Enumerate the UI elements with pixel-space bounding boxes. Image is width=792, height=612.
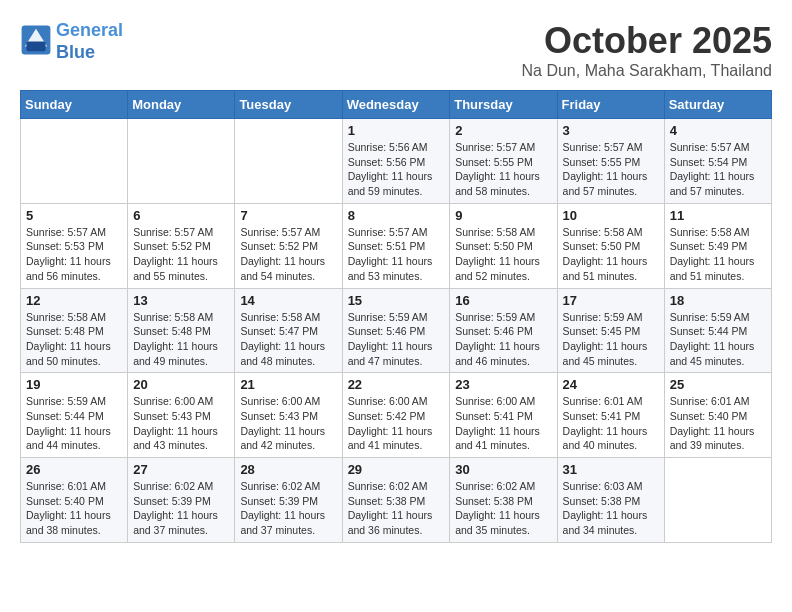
calendar-cell: 23Sunrise: 6:00 AMSunset: 5:41 PMDayligh… — [450, 373, 557, 458]
calendar-cell: 22Sunrise: 6:00 AMSunset: 5:42 PMDayligh… — [342, 373, 450, 458]
month-title: October 2025 — [521, 20, 772, 62]
calendar-cell: 15Sunrise: 5:59 AMSunset: 5:46 PMDayligh… — [342, 288, 450, 373]
calendar-cell: 14Sunrise: 5:58 AMSunset: 5:47 PMDayligh… — [235, 288, 342, 373]
calendar-cell: 3Sunrise: 5:57 AMSunset: 5:55 PMDaylight… — [557, 119, 664, 204]
logo-line2: Blue — [56, 42, 95, 62]
day-info: Sunrise: 5:58 AMSunset: 5:50 PMDaylight:… — [455, 225, 551, 284]
logo-icon — [20, 24, 52, 56]
calendar-cell: 10Sunrise: 5:58 AMSunset: 5:50 PMDayligh… — [557, 203, 664, 288]
calendar-cell: 6Sunrise: 5:57 AMSunset: 5:52 PMDaylight… — [128, 203, 235, 288]
calendar-cell: 31Sunrise: 6:03 AMSunset: 5:38 PMDayligh… — [557, 458, 664, 543]
day-number: 14 — [240, 293, 336, 308]
day-number: 13 — [133, 293, 229, 308]
day-info: Sunrise: 5:59 AMSunset: 5:44 PMDaylight:… — [26, 394, 122, 453]
day-number: 25 — [670, 377, 766, 392]
calendar-cell — [235, 119, 342, 204]
day-number: 22 — [348, 377, 445, 392]
calendar-cell: 18Sunrise: 5:59 AMSunset: 5:44 PMDayligh… — [664, 288, 771, 373]
day-info: Sunrise: 6:02 AMSunset: 5:39 PMDaylight:… — [133, 479, 229, 538]
calendar-cell: 25Sunrise: 6:01 AMSunset: 5:40 PMDayligh… — [664, 373, 771, 458]
day-info: Sunrise: 6:01 AMSunset: 5:40 PMDaylight:… — [670, 394, 766, 453]
day-number: 21 — [240, 377, 336, 392]
day-number: 24 — [563, 377, 659, 392]
weekday-header-sunday: Sunday — [21, 91, 128, 119]
calendar-cell — [664, 458, 771, 543]
day-number: 26 — [26, 462, 122, 477]
day-number: 4 — [670, 123, 766, 138]
day-info: Sunrise: 5:59 AMSunset: 5:45 PMDaylight:… — [563, 310, 659, 369]
day-number: 15 — [348, 293, 445, 308]
day-number: 8 — [348, 208, 445, 223]
day-info: Sunrise: 6:02 AMSunset: 5:38 PMDaylight:… — [348, 479, 445, 538]
calendar-cell: 24Sunrise: 6:01 AMSunset: 5:41 PMDayligh… — [557, 373, 664, 458]
day-info: Sunrise: 6:00 AMSunset: 5:43 PMDaylight:… — [133, 394, 229, 453]
location-subtitle: Na Dun, Maha Sarakham, Thailand — [521, 62, 772, 80]
day-number: 18 — [670, 293, 766, 308]
day-number: 19 — [26, 377, 122, 392]
day-number: 20 — [133, 377, 229, 392]
day-info: Sunrise: 6:00 AMSunset: 5:42 PMDaylight:… — [348, 394, 445, 453]
day-info: Sunrise: 6:01 AMSunset: 5:40 PMDaylight:… — [26, 479, 122, 538]
calendar-table: SundayMondayTuesdayWednesdayThursdayFrid… — [20, 90, 772, 543]
calendar-cell: 17Sunrise: 5:59 AMSunset: 5:45 PMDayligh… — [557, 288, 664, 373]
calendar-cell — [21, 119, 128, 204]
calendar-week-row: 1Sunrise: 5:56 AMSunset: 5:56 PMDaylight… — [21, 119, 772, 204]
day-number: 28 — [240, 462, 336, 477]
day-info: Sunrise: 5:57 AMSunset: 5:51 PMDaylight:… — [348, 225, 445, 284]
weekday-header-row: SundayMondayTuesdayWednesdayThursdayFrid… — [21, 91, 772, 119]
calendar-cell — [128, 119, 235, 204]
day-number: 3 — [563, 123, 659, 138]
calendar-cell: 16Sunrise: 5:59 AMSunset: 5:46 PMDayligh… — [450, 288, 557, 373]
day-number: 29 — [348, 462, 445, 477]
day-number: 23 — [455, 377, 551, 392]
day-info: Sunrise: 5:57 AMSunset: 5:53 PMDaylight:… — [26, 225, 122, 284]
day-number: 31 — [563, 462, 659, 477]
day-number: 16 — [455, 293, 551, 308]
day-number: 6 — [133, 208, 229, 223]
day-info: Sunrise: 5:59 AMSunset: 5:44 PMDaylight:… — [670, 310, 766, 369]
day-info: Sunrise: 5:58 AMSunset: 5:49 PMDaylight:… — [670, 225, 766, 284]
day-number: 11 — [670, 208, 766, 223]
day-info: Sunrise: 6:02 AMSunset: 5:39 PMDaylight:… — [240, 479, 336, 538]
day-info: Sunrise: 5:58 AMSunset: 5:48 PMDaylight:… — [26, 310, 122, 369]
day-info: Sunrise: 6:01 AMSunset: 5:41 PMDaylight:… — [563, 394, 659, 453]
day-info: Sunrise: 6:00 AMSunset: 5:43 PMDaylight:… — [240, 394, 336, 453]
day-number: 2 — [455, 123, 551, 138]
day-number: 17 — [563, 293, 659, 308]
calendar-cell: 30Sunrise: 6:02 AMSunset: 5:38 PMDayligh… — [450, 458, 557, 543]
day-info: Sunrise: 5:58 AMSunset: 5:48 PMDaylight:… — [133, 310, 229, 369]
day-number: 9 — [455, 208, 551, 223]
logo-line1: General — [56, 20, 123, 40]
calendar-cell: 5Sunrise: 5:57 AMSunset: 5:53 PMDaylight… — [21, 203, 128, 288]
svg-rect-2 — [26, 41, 45, 51]
calendar-cell: 26Sunrise: 6:01 AMSunset: 5:40 PMDayligh… — [21, 458, 128, 543]
calendar-cell: 13Sunrise: 5:58 AMSunset: 5:48 PMDayligh… — [128, 288, 235, 373]
day-number: 5 — [26, 208, 122, 223]
day-info: Sunrise: 5:58 AMSunset: 5:50 PMDaylight:… — [563, 225, 659, 284]
logo-text: General Blue — [56, 20, 123, 63]
page-header: General Blue October 2025 Na Dun, Maha S… — [20, 20, 772, 80]
day-info: Sunrise: 6:03 AMSunset: 5:38 PMDaylight:… — [563, 479, 659, 538]
day-number: 27 — [133, 462, 229, 477]
title-block: October 2025 Na Dun, Maha Sarakham, Thai… — [521, 20, 772, 80]
calendar-cell: 8Sunrise: 5:57 AMSunset: 5:51 PMDaylight… — [342, 203, 450, 288]
weekday-header-tuesday: Tuesday — [235, 91, 342, 119]
day-number: 30 — [455, 462, 551, 477]
calendar-cell: 1Sunrise: 5:56 AMSunset: 5:56 PMDaylight… — [342, 119, 450, 204]
day-info: Sunrise: 5:57 AMSunset: 5:54 PMDaylight:… — [670, 140, 766, 199]
day-info: Sunrise: 6:02 AMSunset: 5:38 PMDaylight:… — [455, 479, 551, 538]
day-info: Sunrise: 5:57 AMSunset: 5:55 PMDaylight:… — [455, 140, 551, 199]
calendar-cell: 29Sunrise: 6:02 AMSunset: 5:38 PMDayligh… — [342, 458, 450, 543]
calendar-cell: 19Sunrise: 5:59 AMSunset: 5:44 PMDayligh… — [21, 373, 128, 458]
day-number: 10 — [563, 208, 659, 223]
calendar-cell: 7Sunrise: 5:57 AMSunset: 5:52 PMDaylight… — [235, 203, 342, 288]
day-info: Sunrise: 5:57 AMSunset: 5:52 PMDaylight:… — [133, 225, 229, 284]
weekday-header-saturday: Saturday — [664, 91, 771, 119]
calendar-cell: 2Sunrise: 5:57 AMSunset: 5:55 PMDaylight… — [450, 119, 557, 204]
day-number: 7 — [240, 208, 336, 223]
weekday-header-thursday: Thursday — [450, 91, 557, 119]
day-info: Sunrise: 5:59 AMSunset: 5:46 PMDaylight:… — [455, 310, 551, 369]
calendar-cell: 21Sunrise: 6:00 AMSunset: 5:43 PMDayligh… — [235, 373, 342, 458]
calendar-week-row: 5Sunrise: 5:57 AMSunset: 5:53 PMDaylight… — [21, 203, 772, 288]
calendar-cell: 4Sunrise: 5:57 AMSunset: 5:54 PMDaylight… — [664, 119, 771, 204]
